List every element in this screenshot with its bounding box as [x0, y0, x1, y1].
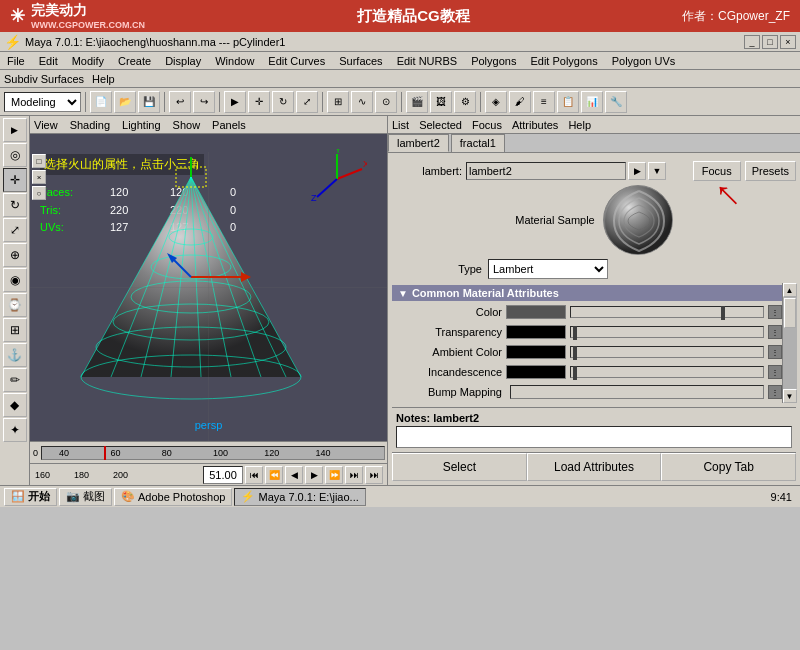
menu-display[interactable]: Display — [162, 55, 204, 67]
scroll-up-btn[interactable]: ▲ — [783, 283, 797, 297]
vp-menu-shading[interactable]: Shading — [70, 119, 110, 131]
ae-menu-selected[interactable]: Selected — [419, 119, 462, 131]
next-key-btn[interactable]: ⏭ — [345, 466, 363, 484]
lambert-name-input[interactable] — [466, 162, 626, 180]
scale-tool[interactable]: ⤢ — [296, 91, 318, 113]
ambient-dots-btn[interactable]: ⋮ — [768, 345, 782, 359]
tab-lambert2[interactable]: lambert2 — [388, 134, 449, 152]
section-arrow-icon[interactable]: ▼ — [398, 288, 408, 299]
load-attributes-button[interactable]: Load Attributes — [527, 453, 662, 481]
menu-modify[interactable]: Modify — [69, 55, 107, 67]
new-file-button[interactable]: 📄 — [90, 91, 112, 113]
scroll-down-btn[interactable]: ▼ — [783, 389, 797, 403]
magnet-btn[interactable]: ⚓ — [3, 343, 27, 367]
menu-file[interactable]: File — [4, 55, 28, 67]
minimize-button[interactable]: _ — [744, 35, 760, 49]
select-button[interactable]: Select — [392, 453, 527, 481]
copy-tab-button[interactable]: Copy Tab — [661, 453, 796, 481]
redo-button[interactable]: ↪ — [193, 91, 215, 113]
menu-window[interactable]: Window — [212, 55, 257, 67]
ambient-slider[interactable] — [570, 346, 764, 358]
transparency-slider[interactable] — [570, 326, 764, 338]
create-btn[interactable]: ✦ — [3, 418, 27, 442]
select-tool-btn[interactable]: ▶ — [3, 118, 27, 142]
notes-input[interactable] — [396, 426, 792, 448]
menu-edit-curves[interactable]: Edit Curves — [265, 55, 328, 67]
vp-menu-panels[interactable]: Panels — [212, 119, 246, 131]
play-btn[interactable]: ▶ — [305, 466, 323, 484]
bump-input[interactable] — [510, 385, 764, 399]
menu-subdiv[interactable]: Subdiv Surfaces — [4, 73, 84, 85]
color-slider[interactable] — [570, 306, 764, 318]
incandescence-slider[interactable] — [570, 366, 764, 378]
menu-edit-nurbs[interactable]: Edit NURBS — [394, 55, 461, 67]
menu-polygons[interactable]: Polygons — [468, 55, 519, 67]
prev-frame-btn[interactable]: ◀ — [285, 466, 303, 484]
bump-dots-btn[interactable]: ⋮ — [768, 385, 782, 399]
undo-button[interactable]: ↩ — [169, 91, 191, 113]
vp-icon-3[interactable]: ○ — [32, 186, 46, 200]
menu-edit[interactable]: Edit — [36, 55, 61, 67]
menu-polygon-uvs[interactable]: Polygon UVs — [609, 55, 679, 67]
menu-help[interactable]: Help — [92, 73, 115, 85]
vp-menu-lighting[interactable]: Lighting — [122, 119, 161, 131]
save-button[interactable]: 💾 — [138, 91, 160, 113]
transparency-dots-btn[interactable]: ⋮ — [768, 325, 782, 339]
viewport-canvas[interactable]: 选择火山的属性，点击小三角 Faces: 120 120 0 Tris: 220… — [30, 134, 387, 441]
lasso-tool-btn[interactable]: ◎ — [3, 143, 27, 167]
taskbar-photoshop[interactable]: 🎨 Adobe Photoshop — [114, 488, 232, 506]
scroll-thumb[interactable] — [784, 298, 796, 328]
menu-create[interactable]: Create — [115, 55, 154, 67]
channel-btn[interactable]: 📊 — [581, 91, 603, 113]
vp-menu-show[interactable]: Show — [173, 119, 201, 131]
prev-key-btn[interactable]: ⏪ — [265, 466, 283, 484]
last-frame-btn[interactable]: ⏭ — [365, 466, 383, 484]
paint-btn[interactable]: 🖌 — [509, 91, 531, 113]
incandescence-swatch[interactable] — [506, 365, 566, 379]
type-select[interactable]: Lambert Phong Blinn — [488, 259, 608, 279]
ae-menu-attributes[interactable]: Attributes — [512, 119, 558, 131]
scroll-track[interactable] — [783, 297, 797, 389]
lambert-arrow-btn[interactable]: ▶ — [628, 162, 646, 180]
timeline-track[interactable]: 40 60 80 100 120 140 — [41, 446, 385, 460]
start-button[interactable]: 🪟 开始 — [4, 488, 57, 506]
vp-icon-1[interactable]: □ — [32, 154, 46, 168]
incandescence-dots-btn[interactable]: ⋮ — [768, 365, 782, 379]
taskbar-screenshot[interactable]: 📷 截图 — [59, 488, 112, 506]
tool-settings-btn[interactable]: 🔧 — [605, 91, 627, 113]
deform-btn[interactable]: ◆ — [3, 393, 27, 417]
vp-icon-2[interactable]: × — [32, 170, 46, 184]
mode-selector[interactable]: Modeling Animation Rendering — [4, 92, 81, 112]
hypershade-btn[interactable]: ◈ — [485, 91, 507, 113]
move-tool[interactable]: ✛ — [248, 91, 270, 113]
render-button[interactable]: 🎬 — [406, 91, 428, 113]
ae-menu-help[interactable]: Help — [568, 119, 591, 131]
menu-edit-polygons[interactable]: Edit Polygons — [527, 55, 600, 67]
first-frame-btn[interactable]: ⏮ — [245, 466, 263, 484]
vp-menu-view[interactable]: View — [34, 119, 58, 131]
close-button[interactable]: × — [780, 35, 796, 49]
maximize-button[interactable]: □ — [762, 35, 778, 49]
rotate-tool[interactable]: ↻ — [272, 91, 294, 113]
lambert-down-btn[interactable]: ▼ — [648, 162, 666, 180]
next-frame-btn[interactable]: ⏩ — [325, 466, 343, 484]
render-settings[interactable]: ⚙ — [454, 91, 476, 113]
snap-grid[interactable]: ⊞ — [327, 91, 349, 113]
move-tool-btn[interactable]: ✛ — [3, 168, 27, 192]
ambient-swatch[interactable] — [506, 345, 566, 359]
show-manip-btn[interactable]: ⊕ — [3, 243, 27, 267]
ipr-button[interactable]: 🖼 — [430, 91, 452, 113]
color-dots-btn[interactable]: ⋮ — [768, 305, 782, 319]
select-tool[interactable]: ▶ — [224, 91, 246, 113]
scale-tool-btn[interactable]: ⤢ — [3, 218, 27, 242]
ae-menu-list[interactable]: List — [392, 119, 409, 131]
tab-fractal1[interactable]: fractal1 — [451, 134, 505, 152]
history-btn[interactable]: ⌚ — [3, 293, 27, 317]
presets-button[interactable]: Presets — [745, 161, 796, 181]
snap-to-grid-btn[interactable]: ⊞ — [3, 318, 27, 342]
rotate-tool-btn[interactable]: ↻ — [3, 193, 27, 217]
paint-effects-btn[interactable]: ✏ — [3, 368, 27, 392]
outliner-btn[interactable]: ≡ — [533, 91, 555, 113]
color-swatch[interactable] — [506, 305, 566, 319]
snap-point[interactable]: ⊙ — [375, 91, 397, 113]
